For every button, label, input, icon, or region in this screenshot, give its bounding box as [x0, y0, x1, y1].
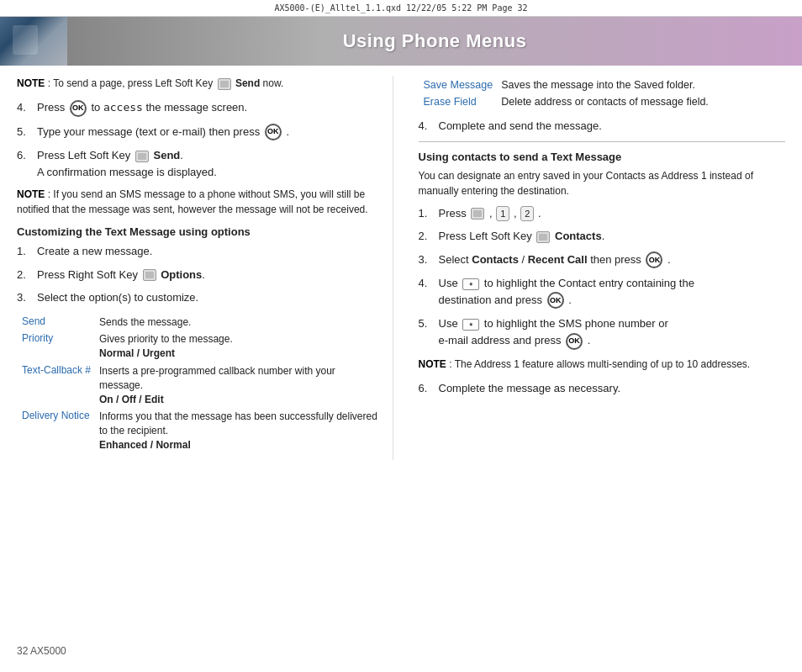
- option-name-textcallback: Text-Callback #: [18, 363, 94, 407]
- save-message-label: Save Message: [420, 77, 497, 93]
- contacts-step-num-3: 3.: [419, 251, 434, 269]
- contacts-step-num-1: 1.: [419, 205, 434, 222]
- option-row-textcallback: Text-Callback # Inserts a pre-programmed…: [18, 363, 383, 407]
- right-step-4: 4. Complete and send the message.: [419, 118, 786, 135]
- right-options-table: Save Message Saves the message into the …: [419, 76, 786, 111]
- customize-step-3: 3. Select the option(s) to customize.: [17, 289, 384, 306]
- page-number: 32: [17, 645, 28, 657]
- option-desc-delivery: Informs you that the message has been su…: [96, 409, 382, 452]
- left-softkey-icon-6: [135, 151, 149, 162]
- note-text-2: : If you send an SMS message to a phone …: [17, 188, 368, 215]
- nav-icon-c4: [462, 278, 479, 290]
- note-label-3: NOTE: [419, 358, 446, 370]
- option-desc-textcallback: Inserts a pre-programmed callback number…: [96, 363, 382, 407]
- page: AX5000-(E)_Alltel_1.1.qxd 12/22/05 5:22 …: [0, 0, 802, 672]
- note-text-1: : To send a page, press Left Soft Key Se…: [45, 77, 283, 89]
- right-step-6: 6. Complete the message as necessary.: [419, 380, 786, 397]
- contacts-step-num-4: 4.: [419, 275, 434, 309]
- right-option-erase: Erase Field Delete address or contacts o…: [420, 94, 784, 109]
- customize-step-num-1: 1.: [17, 243, 32, 260]
- right-softkey-icon-2: [143, 269, 156, 281]
- main-content: NOTE : To send a page, press Left Soft K…: [0, 66, 802, 468]
- delivery-sub: Enhanced / Normal: [99, 439, 191, 451]
- option-row-delivery: Delivery Notice Informs you that the mes…: [18, 409, 383, 452]
- step-content-5: Type your message (text or e-mail) then …: [37, 124, 384, 141]
- step-num-5: 5.: [17, 124, 32, 141]
- step-6: 6. Press Left Soft Key Send. A confirmat…: [17, 147, 384, 180]
- note-block-3: NOTE : The Address 1 feature allows mult…: [419, 357, 786, 372]
- note-label-1: NOTE: [17, 77, 45, 89]
- contacts-step-2: 2. Press Left Soft Key Contacts.: [419, 228, 786, 245]
- customize-step-content-1: Create a new message.: [37, 243, 384, 260]
- contacts-step-4: 4. Use to highlight the Contact entry co…: [419, 275, 786, 309]
- step-num-6: 6.: [17, 147, 32, 180]
- customize-step-content-2: Press Right Soft Key Options.: [37, 267, 384, 283]
- step-content-4: Press OK to access the message screen.: [37, 99, 384, 117]
- customize-step-2: 2. Press Right Soft Key Options.: [17, 267, 384, 283]
- contacts-step-content-3: Select Contacts / Recent Call then press…: [439, 251, 786, 269]
- softkey-icon-c1: [471, 208, 484, 220]
- right-option-save: Save Message Saves the message into the …: [420, 77, 784, 93]
- num-key-1: 1: [496, 206, 509, 222]
- customize-step-num-2: 2.: [17, 267, 32, 283]
- section-divider: [419, 141, 786, 142]
- file-info: AX5000-(E)_Alltel_1.1.qxd 12/22/05 5:22 …: [0, 0, 802, 17]
- note-label-2: NOTE: [17, 188, 45, 200]
- right-step-num-4: 4.: [419, 118, 434, 135]
- nav-icon-c5: [462, 319, 479, 331]
- options-table: Send Sends the message. Priority Gives p…: [17, 313, 384, 455]
- softkey-icon-c2: [536, 231, 550, 243]
- option-desc-priority: Gives priority to the message. Normal / …: [96, 331, 382, 362]
- step-content-6: Press Left Soft Key Send. A confirmation…: [37, 147, 384, 180]
- contacts-intro: You can designate an entry saved in your…: [419, 168, 786, 198]
- ok-button-c5: OK: [566, 333, 583, 350]
- ok-button-c4: OK: [547, 292, 564, 309]
- contacts-step-content-5: Use to highlight the SMS phone number or…: [439, 315, 786, 349]
- model-name: AX5000: [30, 645, 66, 657]
- step-num-4: 4.: [17, 99, 32, 117]
- ok-button-5: OK: [265, 124, 282, 140]
- option-row-send: Send Sends the message.: [18, 315, 383, 331]
- note-block-2: NOTE : If you send an SMS message to a p…: [17, 187, 384, 217]
- contacts-step-content-1: Press , 1 , 2 .: [439, 205, 786, 222]
- contacts-section-title: Using contacts to send a Text Message: [419, 151, 786, 163]
- page-title: Using Phone Menus: [67, 30, 802, 52]
- ok-button-c3: OK: [646, 251, 662, 268]
- customize-step-1: 1. Create a new message.: [17, 243, 384, 260]
- customize-heading: Customizing the Text Message using optio…: [17, 225, 384, 238]
- ok-button-4: OK: [70, 100, 87, 117]
- header-image: [0, 17, 67, 66]
- contacts-step-5: 5. Use to highlight the SMS phone number…: [419, 315, 786, 349]
- option-row-priority: Priority Gives priority to the message. …: [18, 331, 383, 362]
- page-footer: 32 AX5000: [17, 645, 66, 657]
- customize-step-content-3: Select the option(s) to customize.: [37, 289, 384, 306]
- right-step-content-4: Complete and send the message.: [439, 118, 786, 135]
- option-desc-send: Sends the message.: [96, 315, 382, 331]
- option-name-send: Send: [18, 315, 94, 331]
- contacts-step-content-4: Use to highlight the Contact entry conta…: [439, 275, 786, 309]
- textcallback-sub: On / Off / Edit: [99, 394, 164, 405]
- left-softkey-icon-1: [218, 78, 231, 90]
- step-5: 5. Type your message (text or e-mail) th…: [17, 124, 384, 141]
- contacts-step-num-5: 5.: [419, 315, 434, 349]
- right-step-num-6: 6.: [419, 380, 434, 397]
- contacts-step-3: 3. Select Contacts / Recent Call then pr…: [419, 251, 786, 269]
- contacts-step-1: 1. Press , 1 , 2 .: [419, 205, 786, 222]
- contacts-step-num-2: 2.: [419, 228, 434, 245]
- priority-sub: Normal / Urgent: [99, 347, 175, 359]
- header-bar: Using Phone Menus: [0, 17, 802, 66]
- erase-field-label: Erase Field: [420, 94, 497, 109]
- option-name-delivery: Delivery Notice: [18, 409, 94, 452]
- save-message-desc: Saves the message into the Saved folder.: [498, 77, 784, 93]
- right-step-content-6: Complete the message as necessary.: [439, 380, 786, 397]
- note-block-1: NOTE : To send a page, press Left Soft K…: [17, 76, 384, 91]
- erase-field-desc: Delete address or contacts of message fi…: [498, 94, 784, 109]
- customize-step-num-3: 3.: [17, 289, 32, 306]
- note-text-3: : The Address 1 feature allows multi-sen…: [446, 358, 750, 370]
- num-key-2: 2: [520, 206, 534, 222]
- right-column: Save Message Saves the message into the …: [410, 76, 786, 460]
- left-column: NOTE : To send a page, press Left Soft K…: [17, 76, 393, 460]
- contacts-step-content-2: Press Left Soft Key Contacts.: [439, 228, 786, 245]
- step-4: 4. Press OK to access the message screen…: [17, 99, 384, 117]
- option-name-priority: Priority: [18, 331, 94, 362]
